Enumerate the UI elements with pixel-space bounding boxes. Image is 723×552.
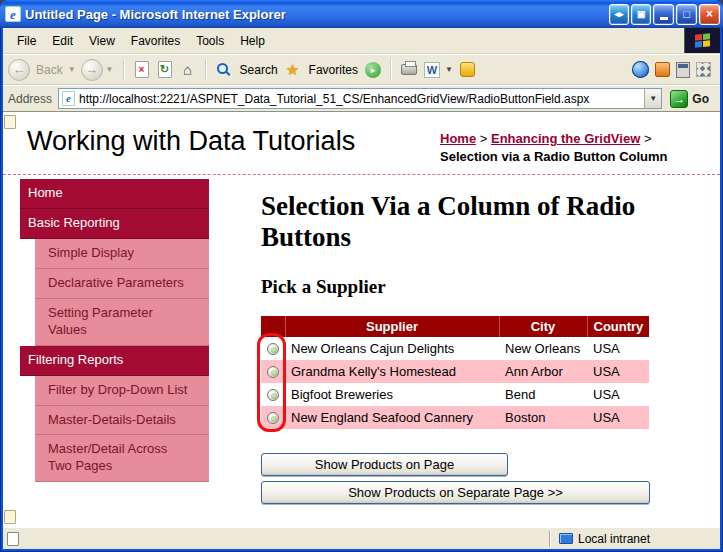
table-row: New England Seafood Cannery Boston USA [261,406,649,429]
suppliers-table: Supplier City Country New Orleans Cajun … [261,316,649,429]
home-button[interactable]: ⌂ [178,60,198,80]
address-input[interactable] [79,90,644,107]
minimize-button[interactable] [653,4,674,25]
cell-city: New Orleans [499,337,587,360]
minimize-icon [660,17,668,20]
stop-button[interactable]: × [132,60,152,80]
sidebar-item-home[interactable]: Home [20,179,209,209]
select-supplier-radio[interactable] [267,389,279,401]
media-button[interactable]: ▸ [363,60,383,80]
dock-right-button[interactable]: ▣ [631,4,651,25]
maximize-button[interactable]: □ [676,4,697,25]
internet-explorer-icon: e [5,6,21,22]
print-button[interactable] [399,60,419,80]
refresh-icon: ↻ [158,61,172,78]
cell-supplier: New Orleans Cajun Delights [285,337,499,360]
messenger-button[interactable] [458,60,478,80]
browser-window: e Untitled Page - Microsoft Internet Exp… [0,0,723,552]
word-icon: W [424,62,440,78]
status-bar: Local intranet [3,527,720,549]
radio-cell [261,337,285,360]
menu-view[interactable]: View [81,30,123,52]
favorites-star-icon: ★ [286,62,299,77]
cell-city: Bend [499,383,587,406]
cell-country: USA [587,360,649,383]
address-bar: Address e ▼ → Go [3,85,720,112]
address-dropdown-button[interactable]: ▼ [644,89,661,108]
main-content: Selection Via a Column of Radio Buttons … [261,179,651,508]
breadcrumb-current: Selection via a Radio Button Column [440,149,668,164]
windows-throbber-icon [684,28,720,53]
decorative-page-icon [4,510,16,524]
show-products-on-separate-page-button[interactable]: Show Products on Separate Page >> [261,481,650,504]
menu-file[interactable]: File [9,30,44,52]
menu-tools[interactable]: Tools [188,30,232,52]
column-header-city: City [499,316,587,337]
select-supplier-radio[interactable] [267,412,279,424]
sidebar-item-simple-display[interactable]: Simple Display [35,239,209,269]
sidebar-item-filter-by-drop-down-list[interactable]: Filter by Drop-Down List [35,376,209,406]
sidebar-item-master-details-details[interactable]: Master-Details-Details [35,406,209,436]
sidebar-item-master-detail-across-two-pages[interactable]: Master/Detail Across Two Pages [35,435,209,482]
favorites-label[interactable]: Favorites [309,63,358,77]
forward-dropdown-icon[interactable]: ▼ [106,65,114,74]
back-dropdown-icon[interactable]: ▼ [68,65,76,74]
edit-with-word-button[interactable]: W [422,60,442,80]
favorites-button[interactable]: ★ [283,60,303,80]
cell-city: Boston [499,406,587,429]
table-header-row: Supplier City Country [261,316,649,337]
ie-e-glyph: e [66,93,71,104]
back-label: Back [36,63,63,77]
back-button[interactable]: ← [8,59,30,81]
title-bar[interactable]: e Untitled Page - Microsoft Internet Exp… [0,0,723,28]
column-header-country: Country [587,316,649,337]
ie-e-glyph: e [10,8,16,21]
breadcrumb-separator: > [644,131,652,146]
sidebar-item-setting-parameter-values[interactable]: Setting Parameter Values [35,299,209,346]
select-supplier-radio[interactable] [267,366,279,378]
toolbar-separator [123,59,125,81]
grid-tool-icon[interactable] [696,62,711,77]
forward-button[interactable]: → [81,59,103,81]
stop-icon: × [135,61,149,78]
windows-flag-icon [695,33,710,48]
radio-cell [261,383,285,406]
address-label: Address [8,92,52,106]
edit-dropdown-icon[interactable]: ▼ [445,65,453,74]
sidebar-section-filtering-reports[interactable]: Filtering Reports [20,346,209,376]
window-controls: ◂▸ ▣ □ × [607,4,720,25]
breadcrumb-link-section[interactable]: Enhancing the GridView [491,131,640,146]
toolbar-separator [390,59,392,81]
menu-edit[interactable]: Edit [44,30,81,52]
search-label[interactable]: Search [240,63,278,77]
browse-web-icon[interactable] [632,61,649,78]
research-icon[interactable] [655,62,670,77]
decorative-page-icon [4,115,16,129]
table-row: Grandma Kelly's Homestead Ann Arbor USA [261,360,649,383]
menu-favorites[interactable]: Favorites [123,30,188,52]
dock-left-button[interactable]: ◂▸ [609,4,629,25]
search-button[interactable] [214,60,234,80]
toolbar-separator [205,59,207,81]
cell-city: Ann Arbor [499,360,587,383]
cell-supplier: Grandma Kelly's Homestead [285,360,499,383]
suppliers-gridview: Supplier City Country New Orleans Cajun … [261,316,649,429]
sidebar-section-basic-reporting[interactable]: Basic Reporting [20,209,209,239]
page-content: Working with Data Tutorials Home > Enhan… [3,112,720,527]
menu-bar: File Edit View Favorites Tools Help [3,28,720,54]
sidebar-nav: Home Basic Reporting Simple Display Decl… [20,179,209,508]
select-supplier-radio[interactable] [267,343,279,355]
breadcrumb-link-home[interactable]: Home [440,131,476,146]
sidebar-item-declarative-parameters[interactable]: Declarative Parameters [35,269,209,299]
cell-supplier: Bigfoot Breweries [285,383,499,406]
close-button[interactable]: × [699,4,720,25]
go-label: Go [692,92,709,106]
page-favicon: e [62,91,75,106]
calculator-icon[interactable] [676,62,690,78]
print-icon [401,64,417,75]
menu-help[interactable]: Help [232,30,273,52]
section-subheading: Pick a Supplier [261,276,651,298]
refresh-button[interactable]: ↻ [155,60,175,80]
show-products-on-page-button[interactable]: Show Products on Page [261,453,508,476]
go-button[interactable]: → Go [668,88,715,110]
